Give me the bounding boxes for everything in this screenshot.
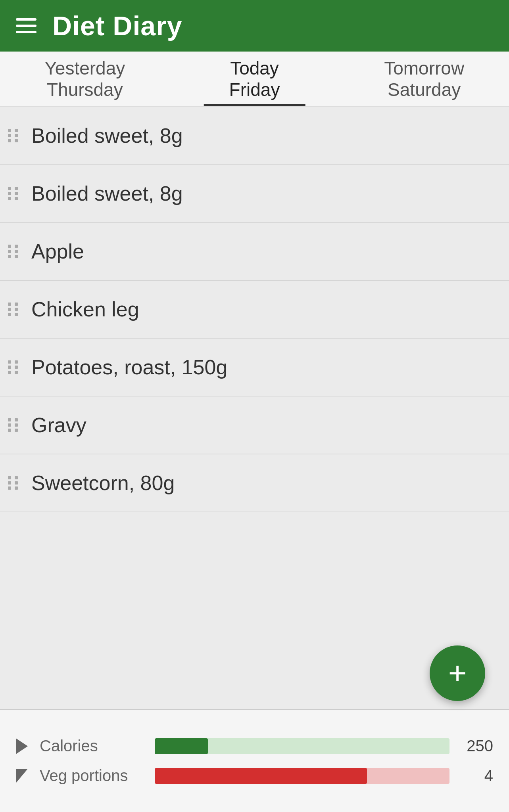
veg-value: 4 <box>461 767 493 785</box>
tab-yesterday[interactable]: Yesterday Thursday <box>0 52 170 106</box>
food-item-2[interactable]: Apple <box>0 222 509 280</box>
food-item-5[interactable]: Gravy <box>0 396 509 454</box>
food-item-0[interactable]: Boiled sweet, 8g <box>0 107 509 165</box>
food-item-name: Gravy <box>31 413 86 437</box>
tab-tomorrow[interactable]: Tomorrow Saturday <box>339 52 509 106</box>
drag-handle <box>8 476 19 490</box>
calories-label: Calories <box>40 737 143 755</box>
calories-bar-fill <box>155 738 208 754</box>
veg-portions-row: Veg portions 4 <box>16 767 493 785</box>
menu-button[interactable] <box>16 18 36 33</box>
calories-arrow-icon <box>16 738 28 754</box>
today-day: Friday <box>229 79 280 100</box>
food-item-name: Apple <box>31 239 84 263</box>
drag-handle <box>8 418 19 432</box>
food-item-name: Sweetcorn, 80g <box>31 471 175 495</box>
today-label: Today <box>230 57 279 79</box>
drag-handle <box>8 303 19 316</box>
tab-today[interactable]: Today Friday <box>170 52 340 106</box>
drag-handle <box>8 187 19 200</box>
food-item-3[interactable]: Chicken leg <box>0 280 509 338</box>
veg-arrow-icon <box>16 769 28 783</box>
food-item-1[interactable]: Boiled sweet, 8g <box>0 165 509 222</box>
food-item-6[interactable]: Sweetcorn, 80g <box>0 454 509 512</box>
app-title: Diet Diary <box>52 10 182 41</box>
add-food-button[interactable]: + <box>430 645 485 701</box>
food-item-name: Boiled sweet, 8g <box>31 124 183 147</box>
stats-bar: Calories 250 Veg portions 4 <box>0 709 509 812</box>
tomorrow-day: Saturday <box>388 79 461 100</box>
drag-handle <box>8 245 19 258</box>
food-item-4[interactable]: Potatoes, roast, 150g <box>0 338 509 396</box>
food-list: Boiled sweet, 8gBoiled sweet, 8gAppleChi… <box>0 107 509 812</box>
calories-row: Calories 250 <box>16 737 493 755</box>
main-content: Boiled sweet, 8gBoiled sweet, 8gAppleChi… <box>0 107 509 812</box>
calories-bar-container <box>155 738 449 754</box>
yesterday-label: Yesterday <box>44 57 125 79</box>
veg-label: Veg portions <box>40 767 143 785</box>
veg-bar-fill <box>155 768 367 784</box>
food-item-name: Boiled sweet, 8g <box>31 182 183 205</box>
drag-handle <box>8 129 19 142</box>
drag-handle <box>8 360 19 374</box>
food-item-name: Potatoes, roast, 150g <box>31 355 227 379</box>
tomorrow-label: Tomorrow <box>384 57 464 79</box>
yesterday-day: Thursday <box>47 79 123 100</box>
calories-value: 250 <box>461 737 493 755</box>
food-item-name: Chicken leg <box>31 297 139 321</box>
day-tabs: Yesterday Thursday Today Friday Tomorrow… <box>0 52 509 107</box>
app-header: Diet Diary <box>0 0 509 52</box>
veg-bar-container <box>155 768 449 784</box>
add-icon: + <box>448 657 467 689</box>
